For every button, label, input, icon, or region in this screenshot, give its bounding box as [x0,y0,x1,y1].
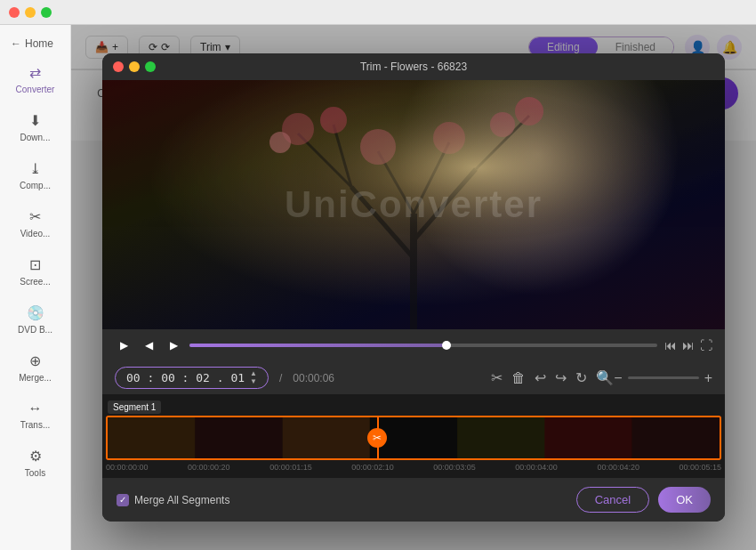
sidebar-item-label-compressor: Comp... [20,181,51,190]
sidebar: ← Home ⇄ Converter ⬇ Down... ⤓ Comp... ✂… [0,25,71,550]
ok-button[interactable]: OK [658,487,711,513]
zoom-control: 🔍− + [596,369,712,386]
modal-minimize-button[interactable] [129,61,140,72]
merge-all-segments-label: Merge All Segments [134,494,229,506]
sidebar-home[interactable]: ← Home [0,32,70,55]
ts-5: 00:00:04:00 [515,463,558,472]
merge-icon: ⊕ [29,352,41,369]
home-icon: ← [11,37,21,50]
content-area: 📥 + ⟳ ⟳ Trim ▾ Editing Finished 👤 🔔 [71,25,756,550]
delete-tool-icon[interactable]: 🗑 [511,370,526,386]
sidebar-item-label-dvd: DVD B... [18,325,52,335]
redo-icon[interactable]: ↪ [555,369,567,386]
play-button[interactable]: ▶ [115,336,133,354]
ts-0: 00:00:00:00 [106,463,149,472]
sidebar-item-transfer[interactable]: ↔ Trans... [0,392,70,439]
timeline-track[interactable]: ✂ [106,416,721,460]
time-down-arrow[interactable]: ▼ [250,378,257,385]
transfer-icon: ↔ [28,400,43,417]
undo-icon[interactable]: ↩ [535,369,546,386]
svg-rect-17 [195,417,282,458]
trim-modal-title: Trim - Flowers - 66823 [360,61,467,73]
timeline-timestamps: 00:00:00:00 00:00:00:20 00:00:01:15 00:0… [106,460,721,474]
modal-maximize-button[interactable] [145,61,156,72]
tools-icon: ⚙ [29,448,42,465]
minimize-button[interactable] [25,7,36,18]
timeline-cut-icon[interactable]: ✂ [367,428,387,448]
timeline-area: Segment 1 ✂ [102,394,725,478]
sidebar-item-label-downloader: Down... [20,133,51,142]
sidebar-item-video-editor[interactable]: ✂ Video... [0,199,70,247]
sidebar-item-label-video: Video... [20,229,51,239]
converter-icon: ⇄ [29,64,41,81]
svg-rect-16 [108,417,195,458]
playback-controls: ▶ ◀ ▶ ⏮ ⏭ ⛶ [102,329,725,361]
zoom-slider[interactable] [628,376,699,379]
skip-end-icon[interactable]: ⏭ [682,338,695,352]
checkbox-box: ✓ [117,494,129,506]
modal-close-button[interactable] [113,61,124,72]
trim-modal-header: Trim - Flowers - 66823 [102,53,725,80]
cut-tool-icon[interactable]: ✂ [491,369,503,386]
edit-tools: ✂ 🗑 ↩ ↪ ↻ 🔍− + [491,369,712,386]
trim-modal: Trim - Flowers - 66823 [102,53,725,522]
screen-icon: ⊡ [29,256,41,273]
sidebar-item-label-tools: Tools [25,468,45,478]
svg-rect-22 [632,417,720,458]
ts-3: 00:00:02:10 [351,463,394,472]
zoom-in-icon[interactable]: + [704,370,712,386]
sidebar-item-tools[interactable]: ⚙ Tools [0,439,70,487]
modal-buttons: Cancel OK [576,487,711,513]
traffic-lights [9,7,52,18]
playback-icons: ⏮ ⏭ ⛶ [664,338,712,352]
downloader-icon: ⬇ [29,112,41,129]
time-arrows: ▲ ▼ [250,370,257,385]
fullscreen-icon[interactable]: ⛶ [700,338,712,352]
modal-traffic-lights [113,61,156,72]
sidebar-item-label-converter: Converter [16,85,55,94]
progress-dot[interactable] [442,341,451,350]
time-current: 00 : 00 : 02 . 01 [126,371,245,384]
sidebar-item-label-screen: Scree... [20,277,50,287]
dvd-icon: 💿 [27,304,44,321]
ts-4: 00:00:03:05 [433,463,476,472]
sidebar-item-compressor[interactable]: ⤓ Comp... [0,151,70,199]
time-input-box[interactable]: 00 : 00 : 02 . 01 ▲ ▼ [115,367,269,389]
ts-7: 00:00:05:15 [679,463,721,472]
title-bar [0,0,756,25]
ts-2: 00:00:01:15 [269,463,312,472]
maximize-button[interactable] [41,7,52,18]
ts-6: 00:00:04:20 [597,463,639,472]
modal-bottom: ✓ Merge All Segments Cancel OK [102,478,725,522]
svg-rect-20 [457,417,544,458]
video-editor-icon: ✂ [29,208,41,225]
timeline-thumbnails [108,417,720,458]
svg-rect-18 [283,417,370,458]
main-layout: ← Home ⇄ Converter ⬇ Down... ⤓ Comp... ✂… [0,25,756,550]
close-button[interactable] [9,7,20,18]
step-back-button[interactable]: ◀ [140,336,157,354]
progress-fill [189,344,446,347]
time-total: 00:00:06 [293,372,334,384]
merge-all-segments-checkbox[interactable]: ✓ Merge All Segments [117,494,229,506]
repeat-icon[interactable]: ↻ [575,369,587,386]
home-label: Home [25,37,53,50]
time-separator: / [279,372,282,384]
compressor-icon: ⤓ [29,160,41,177]
time-edit-row: 00 : 00 : 02 . 01 ▲ ▼ / 00:00:06 ✂ 🗑 ↩ ↪… [102,361,725,394]
step-forward-button[interactable]: ▶ [165,336,182,354]
sidebar-item-dvd[interactable]: 💿 DVD B... [0,295,70,344]
sidebar-item-label-transfer: Trans... [20,420,51,430]
time-up-arrow[interactable]: ▲ [250,370,257,377]
cancel-button[interactable]: Cancel [576,487,649,513]
svg-rect-21 [544,417,631,458]
progress-bar[interactable] [189,344,657,347]
video-watermark: UniConverter [285,183,543,226]
skip-start-icon[interactable]: ⏮ [664,338,677,352]
sidebar-item-downloader[interactable]: ⬇ Down... [0,103,70,151]
video-preview: UniConverter [102,80,725,329]
sidebar-item-merge[interactable]: ⊕ Merge... [0,344,70,392]
sidebar-item-converter[interactable]: ⇄ Converter [0,55,70,103]
sidebar-item-screen[interactable]: ⊡ Scree... [0,247,70,295]
zoom-out-icon[interactable]: 🔍− [596,369,622,386]
